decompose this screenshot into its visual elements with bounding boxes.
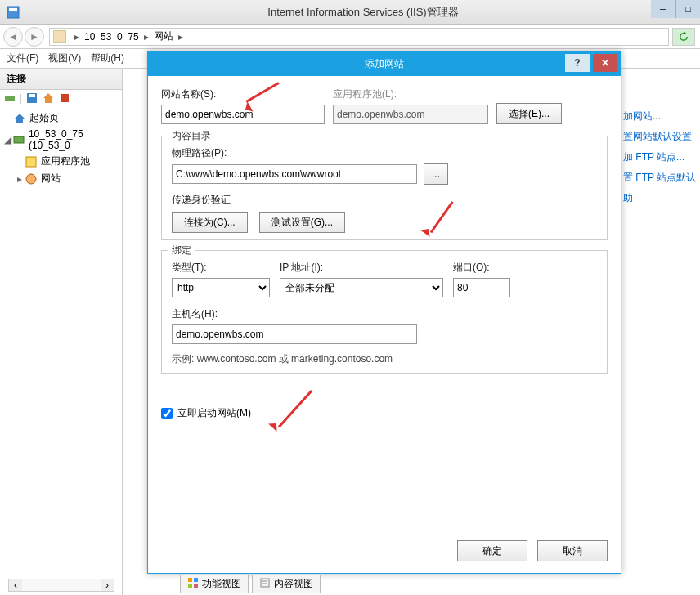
ip-label: IP 地址(I): (280, 261, 443, 275)
svg-rect-2 (5, 96, 15, 101)
start-immediately-input[interactable] (161, 408, 173, 419)
features-icon (187, 577, 199, 591)
breadcrumb-sites[interactable]: 网站 (154, 29, 173, 43)
dialog-close-button[interactable]: ✕ (593, 54, 617, 72)
dialog-help-button[interactable]: ? (565, 54, 590, 72)
app-icon (7, 6, 20, 19)
home-icon (13, 112, 26, 125)
port-input[interactable] (453, 278, 510, 298)
refresh-button[interactable] (672, 28, 695, 46)
passthrough-auth-label: 传递身份验证 (172, 193, 597, 207)
dialog-titlebar: 添加网站 ? ✕ (148, 51, 621, 76)
browse-button[interactable]: ... (424, 163, 448, 185)
start-immediately-checkbox[interactable]: 立即启动网站(M) (161, 406, 608, 420)
collapse-icon[interactable]: ◢ (3, 134, 12, 145)
sites-icon (25, 172, 38, 186)
action-set-ftp[interactable]: 置 FTP 站点默认 (618, 168, 700, 188)
scroll-track[interactable] (22, 579, 101, 591)
actions-panel: 加网站... 置网站默认设置 加 FTP 站点... 置 FTP 站点默认 助 (618, 106, 700, 208)
navigation-bar: ◄ ► ▸ 10_53_0_75 ▸ 网站 ▸ (0, 25, 700, 49)
svg-rect-9 (26, 157, 36, 167)
window-titlebar: Internet Information Services (IIS)管理器 ─… (0, 0, 700, 25)
connect-as-button[interactable]: 连接为(C)... (172, 212, 248, 233)
address-bar[interactable]: ▸ 10_53_0_75 ▸ 网站 ▸ (49, 28, 669, 46)
physpath-label: 物理路径(P): (172, 146, 597, 160)
tree-server[interactable]: ◢ 10_53_0_75 (10_53_0 (3, 127, 119, 153)
server-icon (53, 30, 66, 43)
svg-rect-11 (188, 578, 192, 582)
breadcrumb-sep: ▸ (144, 31, 149, 42)
content-icon (259, 577, 271, 591)
physical-path-input[interactable] (172, 164, 417, 184)
breadcrumb-sep: ▸ (178, 31, 183, 42)
toolbar-sep: | (20, 92, 22, 104)
menu-file[interactable]: 文件(F) (7, 51, 38, 65)
svg-marker-5 (43, 93, 53, 103)
svg-marker-7 (15, 114, 25, 123)
minimize-button[interactable]: ─ (651, 0, 675, 18)
connections-toolbar: | (0, 90, 122, 106)
content-directory-group: 内容目录 物理路径(P): ... 传递身份验证 连接为(C)... 测试设置(… (161, 136, 608, 240)
apppool-icon (25, 155, 38, 168)
connections-tree: 起始页 ◢ 10_53_0_75 (10_53_0 应用程序池 ▸ 网站 (0, 106, 122, 190)
scroll-left-icon[interactable]: ‹ (9, 579, 22, 591)
svg-rect-12 (194, 578, 198, 582)
select-apppool-button[interactable]: 选择(E)... (496, 103, 562, 124)
cancel-button[interactable]: 取消 (537, 540, 608, 561)
breadcrumb-server[interactable]: 10_53_0_75 (84, 31, 139, 42)
ip-select[interactable]: 全部未分配 (280, 278, 443, 298)
action-add-ftp[interactable]: 加 FTP 站点... (618, 147, 700, 168)
type-label: 类型(T): (172, 261, 270, 275)
action-help[interactable]: 助 (618, 188, 700, 208)
tree-startpage[interactable]: 起始页 (3, 110, 119, 127)
menu-view[interactable]: 视图(V) (48, 51, 81, 65)
scroll-right-icon[interactable]: › (101, 579, 114, 591)
connect-icon[interactable] (3, 92, 16, 105)
tab-content-view[interactable]: 内容视图 (252, 575, 321, 593)
hostname-label: 主机名(H): (172, 307, 597, 321)
type-select[interactable]: http (172, 278, 270, 298)
test-settings-button[interactable]: 测试设置(G)... (259, 212, 345, 233)
home-icon[interactable] (42, 92, 55, 105)
server-icon (12, 133, 25, 146)
svg-rect-8 (14, 136, 24, 143)
tree-apppools[interactable]: 应用程序池 (3, 153, 119, 170)
tab-features-view[interactable]: 功能视图 (180, 575, 249, 593)
expand-icon[interactable]: ▸ (15, 173, 25, 185)
back-button[interactable]: ◄ (3, 27, 23, 47)
svg-rect-6 (61, 94, 69, 102)
apppool-input (333, 105, 488, 124)
connections-header: 连接 (0, 69, 122, 90)
svg-point-10 (26, 174, 36, 184)
sitename-label: 网站名称(S): (161, 87, 325, 101)
action-add-site[interactable]: 加网站... (618, 106, 700, 127)
save-icon[interactable] (25, 92, 38, 105)
tree-sites[interactable]: ▸ 网站 (3, 170, 119, 187)
hostname-input[interactable] (172, 324, 417, 344)
forward-button[interactable]: ► (25, 27, 44, 47)
connections-panel: 连接 | 起始页 ◢ 10_53_0_75 (10_53_0 应用程序池 ▸ 网… (0, 69, 123, 595)
start-immediately-label: 立即启动网站(M) (177, 406, 251, 420)
dialog-title: 添加网站 (365, 57, 404, 71)
binding-group: 绑定 类型(T): http IP 地址(I): 全部未分配 端口(O): (161, 250, 608, 374)
view-tabs: 功能视图 内容视图 (180, 575, 321, 593)
port-label: 端口(O): (453, 261, 510, 275)
ok-button[interactable]: 确定 (457, 540, 527, 561)
svg-rect-4 (29, 94, 35, 97)
content-legend: 内容目录 (168, 129, 214, 143)
maximize-button[interactable]: □ (675, 0, 700, 18)
svg-rect-13 (188, 584, 192, 588)
stop-icon[interactable] (58, 92, 71, 105)
horizontal-scrollbar[interactable]: ‹ › (8, 579, 114, 592)
add-website-dialog: 添加网站 ? ✕ 网站名称(S): 应用程序池(L): 选择(E)... 内容目… (147, 51, 621, 574)
sitename-input[interactable] (161, 105, 325, 124)
action-set-default[interactable]: 置网站默认设置 (618, 127, 700, 147)
svg-rect-1 (9, 8, 17, 11)
apppool-label: 应用程序池(L): (333, 87, 488, 101)
breadcrumb-sep: ▸ (74, 31, 79, 42)
hostname-example: 示例: www.contoso.com 或 marketing.contoso.… (172, 352, 597, 366)
svg-rect-15 (261, 579, 269, 587)
menu-help[interactable]: 帮助(H) (91, 51, 124, 65)
binding-legend: 绑定 (168, 244, 195, 257)
svg-rect-14 (194, 584, 198, 588)
